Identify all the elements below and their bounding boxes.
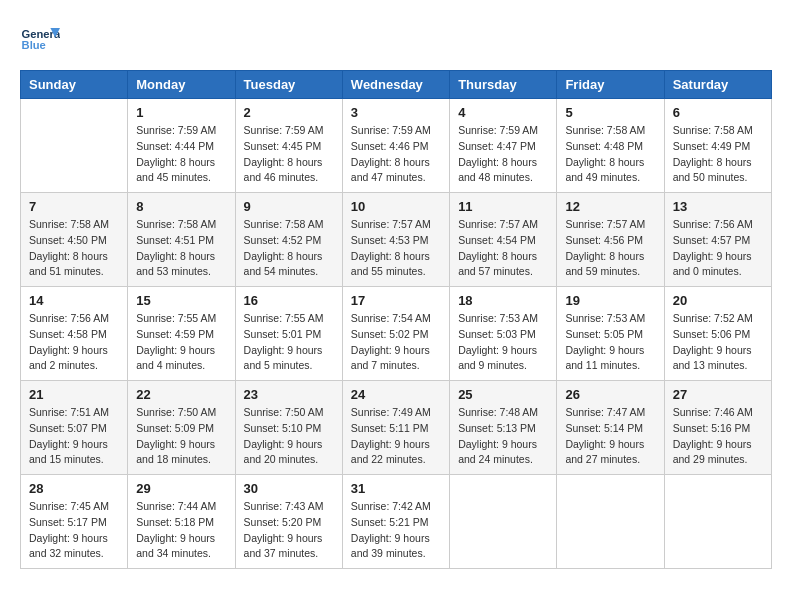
calendar-cell: 21Sunrise: 7:51 AMSunset: 5:07 PMDayligh… bbox=[21, 381, 128, 475]
day-info: Sunrise: 7:57 AMSunset: 4:54 PMDaylight:… bbox=[458, 217, 548, 280]
calendar-cell: 14Sunrise: 7:56 AMSunset: 4:58 PMDayligh… bbox=[21, 287, 128, 381]
day-number: 7 bbox=[29, 199, 119, 214]
day-info: Sunrise: 7:55 AMSunset: 4:59 PMDaylight:… bbox=[136, 311, 226, 374]
day-number: 23 bbox=[244, 387, 334, 402]
calendar-cell: 15Sunrise: 7:55 AMSunset: 4:59 PMDayligh… bbox=[128, 287, 235, 381]
weekday-header: Thursday bbox=[450, 71, 557, 99]
calendar-cell: 4Sunrise: 7:59 AMSunset: 4:47 PMDaylight… bbox=[450, 99, 557, 193]
day-info: Sunrise: 7:58 AMSunset: 4:51 PMDaylight:… bbox=[136, 217, 226, 280]
calendar-week-row: 1Sunrise: 7:59 AMSunset: 4:44 PMDaylight… bbox=[21, 99, 772, 193]
logo: General Blue bbox=[20, 20, 60, 60]
day-number: 30 bbox=[244, 481, 334, 496]
calendar-cell: 23Sunrise: 7:50 AMSunset: 5:10 PMDayligh… bbox=[235, 381, 342, 475]
calendar-cell: 2Sunrise: 7:59 AMSunset: 4:45 PMDaylight… bbox=[235, 99, 342, 193]
page-header: General Blue bbox=[20, 20, 772, 60]
calendar-week-row: 28Sunrise: 7:45 AMSunset: 5:17 PMDayligh… bbox=[21, 475, 772, 569]
day-info: Sunrise: 7:54 AMSunset: 5:02 PMDaylight:… bbox=[351, 311, 441, 374]
calendar-header: SundayMondayTuesdayWednesdayThursdayFrid… bbox=[21, 71, 772, 99]
calendar-cell: 28Sunrise: 7:45 AMSunset: 5:17 PMDayligh… bbox=[21, 475, 128, 569]
calendar-body: 1Sunrise: 7:59 AMSunset: 4:44 PMDaylight… bbox=[21, 99, 772, 569]
calendar-cell: 20Sunrise: 7:52 AMSunset: 5:06 PMDayligh… bbox=[664, 287, 771, 381]
day-number: 5 bbox=[565, 105, 655, 120]
day-number: 21 bbox=[29, 387, 119, 402]
day-number: 22 bbox=[136, 387, 226, 402]
day-number: 24 bbox=[351, 387, 441, 402]
day-info: Sunrise: 7:52 AMSunset: 5:06 PMDaylight:… bbox=[673, 311, 763, 374]
weekday-header: Tuesday bbox=[235, 71, 342, 99]
day-info: Sunrise: 7:59 AMSunset: 4:47 PMDaylight:… bbox=[458, 123, 548, 186]
day-info: Sunrise: 7:59 AMSunset: 4:45 PMDaylight:… bbox=[244, 123, 334, 186]
day-info: Sunrise: 7:58 AMSunset: 4:52 PMDaylight:… bbox=[244, 217, 334, 280]
calendar-cell: 29Sunrise: 7:44 AMSunset: 5:18 PMDayligh… bbox=[128, 475, 235, 569]
day-number: 27 bbox=[673, 387, 763, 402]
calendar-cell: 22Sunrise: 7:50 AMSunset: 5:09 PMDayligh… bbox=[128, 381, 235, 475]
calendar-cell: 9Sunrise: 7:58 AMSunset: 4:52 PMDaylight… bbox=[235, 193, 342, 287]
day-number: 19 bbox=[565, 293, 655, 308]
calendar-cell: 26Sunrise: 7:47 AMSunset: 5:14 PMDayligh… bbox=[557, 381, 664, 475]
day-info: Sunrise: 7:46 AMSunset: 5:16 PMDaylight:… bbox=[673, 405, 763, 468]
day-number: 9 bbox=[244, 199, 334, 214]
calendar-cell: 3Sunrise: 7:59 AMSunset: 4:46 PMDaylight… bbox=[342, 99, 449, 193]
calendar-cell: 25Sunrise: 7:48 AMSunset: 5:13 PMDayligh… bbox=[450, 381, 557, 475]
day-number: 14 bbox=[29, 293, 119, 308]
calendar-cell bbox=[664, 475, 771, 569]
day-info: Sunrise: 7:53 AMSunset: 5:05 PMDaylight:… bbox=[565, 311, 655, 374]
day-number: 13 bbox=[673, 199, 763, 214]
day-number: 11 bbox=[458, 199, 548, 214]
day-number: 2 bbox=[244, 105, 334, 120]
calendar-cell bbox=[450, 475, 557, 569]
calendar-cell: 6Sunrise: 7:58 AMSunset: 4:49 PMDaylight… bbox=[664, 99, 771, 193]
day-number: 10 bbox=[351, 199, 441, 214]
day-number: 26 bbox=[565, 387, 655, 402]
logo-icon: General Blue bbox=[20, 20, 60, 60]
day-number: 6 bbox=[673, 105, 763, 120]
day-number: 17 bbox=[351, 293, 441, 308]
day-info: Sunrise: 7:45 AMSunset: 5:17 PMDaylight:… bbox=[29, 499, 119, 562]
calendar-cell bbox=[21, 99, 128, 193]
day-info: Sunrise: 7:50 AMSunset: 5:09 PMDaylight:… bbox=[136, 405, 226, 468]
day-number: 28 bbox=[29, 481, 119, 496]
day-info: Sunrise: 7:47 AMSunset: 5:14 PMDaylight:… bbox=[565, 405, 655, 468]
day-info: Sunrise: 7:50 AMSunset: 5:10 PMDaylight:… bbox=[244, 405, 334, 468]
day-info: Sunrise: 7:49 AMSunset: 5:11 PMDaylight:… bbox=[351, 405, 441, 468]
calendar-cell: 31Sunrise: 7:42 AMSunset: 5:21 PMDayligh… bbox=[342, 475, 449, 569]
day-info: Sunrise: 7:59 AMSunset: 4:46 PMDaylight:… bbox=[351, 123, 441, 186]
calendar-cell: 12Sunrise: 7:57 AMSunset: 4:56 PMDayligh… bbox=[557, 193, 664, 287]
calendar-cell: 19Sunrise: 7:53 AMSunset: 5:05 PMDayligh… bbox=[557, 287, 664, 381]
calendar-cell: 5Sunrise: 7:58 AMSunset: 4:48 PMDaylight… bbox=[557, 99, 664, 193]
day-info: Sunrise: 7:57 AMSunset: 4:56 PMDaylight:… bbox=[565, 217, 655, 280]
day-info: Sunrise: 7:56 AMSunset: 4:58 PMDaylight:… bbox=[29, 311, 119, 374]
calendar-table: SundayMondayTuesdayWednesdayThursdayFrid… bbox=[20, 70, 772, 569]
day-info: Sunrise: 7:53 AMSunset: 5:03 PMDaylight:… bbox=[458, 311, 548, 374]
day-number: 4 bbox=[458, 105, 548, 120]
day-info: Sunrise: 7:48 AMSunset: 5:13 PMDaylight:… bbox=[458, 405, 548, 468]
day-number: 16 bbox=[244, 293, 334, 308]
weekday-header: Saturday bbox=[664, 71, 771, 99]
weekday-header: Monday bbox=[128, 71, 235, 99]
day-info: Sunrise: 7:44 AMSunset: 5:18 PMDaylight:… bbox=[136, 499, 226, 562]
day-info: Sunrise: 7:58 AMSunset: 4:50 PMDaylight:… bbox=[29, 217, 119, 280]
day-number: 15 bbox=[136, 293, 226, 308]
day-info: Sunrise: 7:43 AMSunset: 5:20 PMDaylight:… bbox=[244, 499, 334, 562]
calendar-cell: 18Sunrise: 7:53 AMSunset: 5:03 PMDayligh… bbox=[450, 287, 557, 381]
calendar-cell: 24Sunrise: 7:49 AMSunset: 5:11 PMDayligh… bbox=[342, 381, 449, 475]
calendar-cell: 7Sunrise: 7:58 AMSunset: 4:50 PMDaylight… bbox=[21, 193, 128, 287]
day-info: Sunrise: 7:58 AMSunset: 4:48 PMDaylight:… bbox=[565, 123, 655, 186]
day-number: 8 bbox=[136, 199, 226, 214]
day-number: 18 bbox=[458, 293, 548, 308]
calendar-cell: 30Sunrise: 7:43 AMSunset: 5:20 PMDayligh… bbox=[235, 475, 342, 569]
calendar-cell bbox=[557, 475, 664, 569]
calendar-cell: 11Sunrise: 7:57 AMSunset: 4:54 PMDayligh… bbox=[450, 193, 557, 287]
calendar-cell: 16Sunrise: 7:55 AMSunset: 5:01 PMDayligh… bbox=[235, 287, 342, 381]
weekday-header: Sunday bbox=[21, 71, 128, 99]
day-info: Sunrise: 7:58 AMSunset: 4:49 PMDaylight:… bbox=[673, 123, 763, 186]
day-number: 31 bbox=[351, 481, 441, 496]
day-number: 1 bbox=[136, 105, 226, 120]
calendar-week-row: 14Sunrise: 7:56 AMSunset: 4:58 PMDayligh… bbox=[21, 287, 772, 381]
calendar-week-row: 7Sunrise: 7:58 AMSunset: 4:50 PMDaylight… bbox=[21, 193, 772, 287]
calendar-cell: 17Sunrise: 7:54 AMSunset: 5:02 PMDayligh… bbox=[342, 287, 449, 381]
day-info: Sunrise: 7:56 AMSunset: 4:57 PMDaylight:… bbox=[673, 217, 763, 280]
day-info: Sunrise: 7:55 AMSunset: 5:01 PMDaylight:… bbox=[244, 311, 334, 374]
calendar-cell: 10Sunrise: 7:57 AMSunset: 4:53 PMDayligh… bbox=[342, 193, 449, 287]
day-number: 20 bbox=[673, 293, 763, 308]
